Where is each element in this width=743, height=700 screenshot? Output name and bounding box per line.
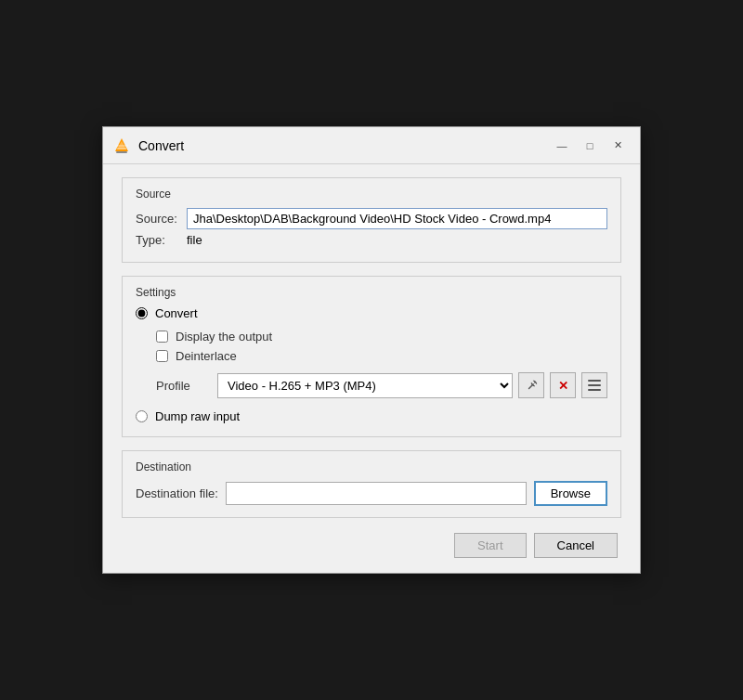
- source-section-label: Source: [136, 188, 607, 201]
- vlc-icon: [112, 136, 131, 155]
- start-button[interactable]: Start: [454, 533, 526, 558]
- profile-select[interactable]: Video - H.265 + MP3 (MP4) Video - H.264 …: [217, 373, 513, 398]
- type-value: file: [187, 233, 202, 247]
- destination-file-input[interactable]: [226, 482, 527, 505]
- settings-section: Settings Convert Display the output Dein…: [122, 276, 621, 437]
- svg-rect-7: [588, 389, 601, 391]
- deinterlace-row: Deinterlace: [156, 349, 607, 363]
- dest-file-label: Destination file:: [136, 486, 218, 500]
- convert-radio[interactable]: [136, 307, 148, 319]
- list-button[interactable]: [581, 372, 607, 398]
- window-controls: — □ ✕: [549, 135, 631, 157]
- destination-section-label: Destination: [136, 460, 607, 473]
- content-area: Source Source: Type: file Settings Conve…: [103, 164, 640, 573]
- destination-file-row: Destination file: Browse: [136, 481, 607, 506]
- dump-raw-radio[interactable]: [136, 410, 148, 422]
- settings-section-label: Settings: [136, 286, 607, 299]
- cancel-button[interactable]: Cancel: [534, 533, 618, 558]
- display-output-checkbox[interactable]: [156, 331, 168, 343]
- svg-rect-5: [588, 380, 601, 382]
- deinterlace-checkbox[interactable]: [156, 350, 168, 362]
- main-window: Convert — □ ✕ Source Source: Type: file …: [102, 126, 641, 574]
- browse-button[interactable]: Browse: [534, 481, 607, 506]
- delete-profile-button[interactable]: ✕: [550, 372, 576, 398]
- window-title: Convert: [138, 138, 549, 153]
- convert-radio-label[interactable]: Convert: [155, 306, 198, 320]
- close-button[interactable]: ✕: [605, 135, 631, 157]
- profile-label: Profile: [156, 379, 212, 393]
- destination-section: Destination Destination file: Browse: [122, 450, 621, 518]
- svg-rect-6: [588, 384, 601, 386]
- type-field-row: Type: file: [136, 233, 607, 247]
- dump-raw-label[interactable]: Dump raw input: [155, 409, 240, 423]
- source-field-row: Source:: [136, 208, 607, 229]
- convert-radio-row: Convert: [136, 306, 607, 320]
- action-buttons: Start Cancel: [122, 533, 621, 558]
- deinterlace-label[interactable]: Deinterlace: [176, 349, 237, 363]
- maximize-button[interactable]: □: [577, 135, 603, 157]
- profile-row: Profile Video - H.265 + MP3 (MP4) Video …: [156, 372, 607, 398]
- type-label: Type:: [136, 233, 187, 247]
- delete-icon: ✕: [558, 379, 568, 393]
- source-input[interactable]: [187, 208, 607, 229]
- display-output-row: Display the output: [156, 330, 607, 344]
- titlebar: Convert — □ ✕: [103, 127, 640, 164]
- minimize-button[interactable]: —: [549, 135, 575, 157]
- display-output-label[interactable]: Display the output: [176, 330, 272, 344]
- wrench-button[interactable]: [518, 372, 544, 398]
- source-label: Source:: [136, 212, 187, 226]
- source-section: Source Source: Type: file: [122, 177, 621, 263]
- svg-rect-2: [116, 151, 127, 153]
- dump-raw-row: Dump raw input: [136, 409, 607, 423]
